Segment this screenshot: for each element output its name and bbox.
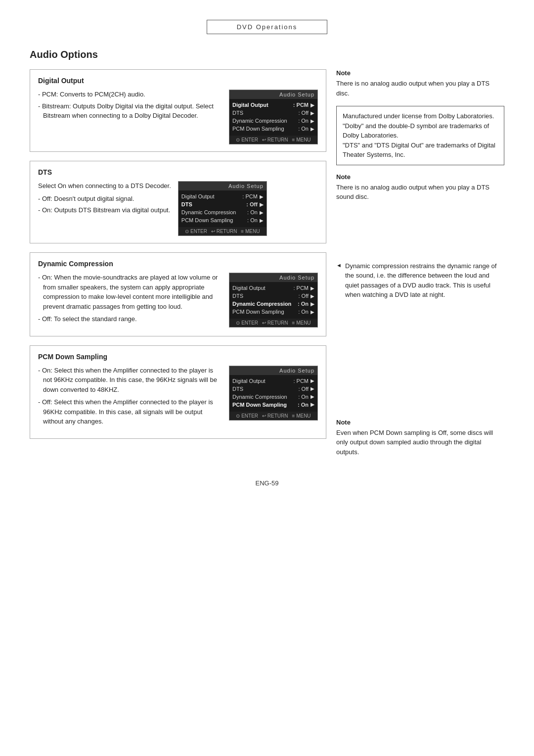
screen-row-digital-output-3: Digital Output : PCM ▶ — [232, 284, 314, 292]
screen-row-pcm-2: PCM Down Sampling : On ▶ — [181, 216, 264, 224]
digital-output-line-1: - PCM: Converts to PCM(2CH) audio. — [38, 90, 222, 99]
screen-header-4: Audio Setup — [229, 366, 317, 375]
screen-row-digital-output: Digital Output : PCM ▶ — [232, 101, 314, 109]
screen-row-digital-output-2: Digital Output : PCM ▶ — [181, 192, 264, 200]
right-column: Note There is no analog audio output whe… — [336, 69, 504, 465]
page-header: DVD Operations — [30, 20, 504, 34]
note-text-2: There is no analog audio output when you… — [336, 183, 504, 202]
dynamic-right-note: Dynamic compression restrains the dynami… — [336, 261, 504, 300]
screen-footer-1: ⊙ ENTER ↩ RETURN ≡ MENU — [229, 136, 317, 144]
screen-row-digital-output-4: Digital Output : PCM ▶ — [232, 377, 314, 385]
page-footer: ENG-59 — [30, 479, 504, 487]
dynamic-line-1: - On: When the movie-soundtracks are pla… — [38, 273, 222, 311]
page-header-box: DVD Operations — [207, 20, 328, 34]
screen-row-pcm-3: PCM Down Sampling : On ▶ — [232, 308, 314, 316]
screen-row-dynamic-1: Dynamic Compression : On ▶ — [232, 117, 314, 125]
pcm-line-2: - Off: Select this when the Amplifier co… — [38, 397, 222, 426]
dts-screen: Audio Setup Digital Output : PCM ▶ DTS :… — [178, 181, 267, 236]
dynamic-line-2: - Off: To select the standard range. — [38, 314, 222, 324]
screen-row-dts-2: DTS : Off ▶ — [181, 200, 264, 208]
dts-text: Select On when connecting to a DTS Decod… — [38, 181, 171, 217]
screen-row-dts-4: DTS : Off ▶ — [232, 385, 314, 393]
screen-row-dynamic-3: Dynamic Compression : On ▶ — [232, 300, 314, 308]
screen-row-dynamic-2: Dynamic Compression : On ▶ — [181, 208, 264, 216]
digital-output-screen: Audio Setup Digital Output : PCM ▶ DTS :… — [229, 90, 318, 144]
option-block-pcm-down-sampling: PCM Down Sampling - On: Select this when… — [30, 345, 326, 439]
screen-row-dts-3: DTS : Off ▶ — [232, 292, 314, 300]
pcm-line-1: - On: Select this when the Amplifier con… — [38, 366, 222, 395]
dts-intro: Select On when connecting to a DTS Decod… — [38, 181, 171, 191]
digital-output-bottom: - PCM: Converts to PCM(2CH) audio. - Bit… — [38, 90, 318, 144]
option-block-dts: DTS Select On when connecting to a DTS D… — [30, 161, 326, 243]
section-title: Audio Options — [30, 49, 504, 60]
screen-row-pcm-4: PCM Down Sampling : On ▶ — [232, 401, 314, 409]
screen-footer-3: ⊙ ENTER ↩ RETURN ≡ MENU — [229, 319, 317, 327]
dts-line-1: - Off: Doesn't output digital signal. — [38, 194, 171, 204]
screen-row-dynamic-4: Dynamic Compression : On ▶ — [232, 393, 314, 401]
note-label-1: Note — [336, 69, 504, 77]
page-header-title: DVD Operations — [237, 23, 298, 31]
screen-header-1: Audio Setup — [229, 90, 317, 99]
option-block-digital-output: Digital Output - PCM: Converts to PCM(2C… — [30, 69, 326, 152]
digital-output-line-2: - Bitstream: Outputs Dolby Digital via t… — [38, 101, 222, 121]
note-block-3: Note Even when PCM Down sampling is Off,… — [336, 419, 504, 457]
note-block-2: Note There is no analog audio output whe… — [336, 173, 504, 202]
screen-row-dts-1: DTS : Off ▶ — [232, 109, 314, 117]
option-block-dynamic-compression: Dynamic Compression - On: When the movie… — [30, 252, 326, 336]
screen-rows-1: Digital Output : PCM ▶ DTS : Off ▶ Dynam… — [229, 99, 317, 136]
page-number: ENG-59 — [256, 479, 279, 487]
note-label-3: Note — [336, 419, 504, 426]
digital-output-title: Digital Output — [38, 77, 318, 85]
dolby-box: Manufactured under license from Dolby La… — [336, 106, 504, 165]
digital-output-text: - PCM: Converts to PCM(2CH) audio. - Bit… — [38, 90, 222, 123]
dynamic-note-text: Dynamic compression restrains the dynami… — [336, 261, 504, 300]
dynamic-compression-text: - On: When the movie-soundtracks are pla… — [38, 273, 222, 326]
note-block-1: Note There is no analog audio output whe… — [336, 69, 504, 98]
dynamic-compression-title: Dynamic Compression — [38, 260, 318, 268]
pcm-down-sampling-title: PCM Down Sampling — [38, 353, 318, 361]
dts-title: DTS — [38, 168, 318, 176]
pcm-down-sampling-bottom: - On: Select this when the Amplifier con… — [38, 366, 318, 431]
dts-bottom: Select On when connecting to a DTS Decod… — [38, 181, 318, 236]
screen-rows-2: Digital Output : PCM ▶ DTS : Off ▶ Dynam… — [178, 190, 267, 227]
content-area: Digital Output - PCM: Converts to PCM(2C… — [30, 69, 504, 465]
screen-header-2: Audio Setup — [178, 182, 267, 190]
screen-header-3: Audio Setup — [229, 273, 317, 282]
screen-rows-3: Digital Output : PCM ▶ DTS : Off ▶ Dynam… — [229, 282, 317, 319]
screen-footer-4: ⊙ ENTER ↩ RETURN ≡ MENU — [229, 412, 317, 420]
screen-row-pcm-1: PCM Down Sampling : On ▶ — [232, 125, 314, 133]
screen-footer-2: ⊙ ENTER ↩ RETURN ≡ MENU — [178, 227, 267, 236]
dolby-box-text: Manufactured under license from Dolby La… — [343, 111, 498, 160]
pcm-down-sampling-text: - On: Select this when the Amplifier con… — [38, 366, 222, 428]
dynamic-screen: Audio Setup Digital Output : PCM ▶ DTS :… — [229, 273, 318, 328]
screen-rows-4: Digital Output : PCM ▶ DTS : Off ▶ Dynam… — [229, 375, 317, 412]
note-text-1: There is no analog audio output when you… — [336, 79, 504, 98]
dynamic-compression-bottom: - On: When the movie-soundtracks are pla… — [38, 273, 318, 329]
left-column: Digital Output - PCM: Converts to PCM(2C… — [30, 69, 326, 465]
note-label-2: Note — [336, 173, 504, 181]
note-text-3: Even when PCM Down sampling is Off, some… — [336, 428, 504, 457]
pcm-screen: Audio Setup Digital Output : PCM ▶ DTS :… — [229, 366, 318, 421]
note-block-3-wrapper: Note Even when PCM Down sampling is Off,… — [336, 419, 504, 457]
dts-line-2: - On: Outputs DTS Bitstream via digital … — [38, 205, 171, 215]
